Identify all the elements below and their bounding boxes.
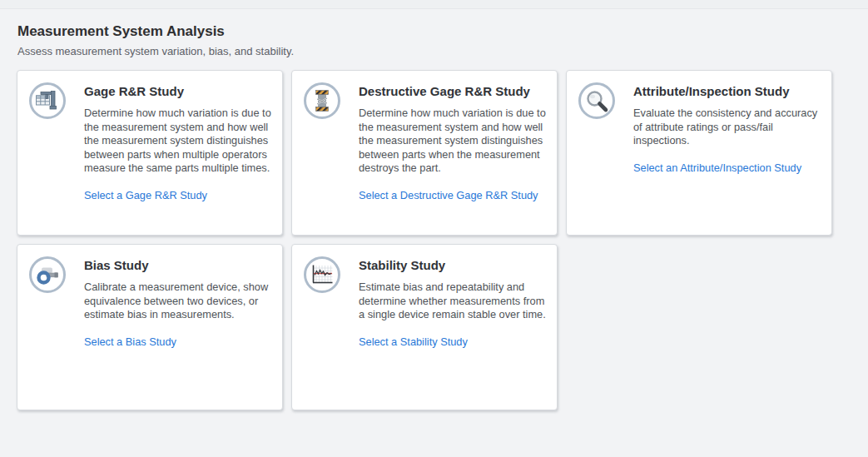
destructive-icon-circle — [304, 82, 340, 119]
gage-rr-icon-circle — [29, 82, 66, 119]
select-stability-study-link[interactable]: Select a Stability Study — [359, 335, 468, 348]
card-stability-study: Stability Study Estimate bias and repeat… — [291, 244, 558, 410]
card-body: Bias Study Calibrate a measurement devic… — [84, 256, 272, 349]
card-body: Stability Study Estimate bias and repeat… — [359, 256, 547, 349]
card-description: Determine how much variation is due to t… — [359, 107, 547, 176]
card-title: Attribute/Inspection Study — [633, 83, 821, 99]
card-title: Stability Study — [359, 257, 547, 273]
study-cards-grid: Gage R&R Study Determine how much variat… — [17, 70, 833, 410]
stability-icon-circle — [304, 256, 340, 293]
select-attribute-inspection-study-link[interactable]: Select an Attribute/Inspection Study — [633, 161, 801, 174]
card-destructive-gage-rr-study: Destructive Gage R&R Study Determine how… — [291, 70, 558, 236]
micrometer-icon — [35, 262, 60, 287]
card-title: Bias Study — [84, 257, 272, 273]
page-header: Measurement System Analysis Assess measu… — [0, 9, 868, 58]
card-description: Determine how much variation is due to t… — [84, 107, 272, 176]
select-gage-rr-study-link[interactable]: Select a Gage R&R Study — [84, 189, 207, 201]
card-body: Destructive Gage R&R Study Determine how… — [359, 82, 547, 202]
bias-icon-circle — [29, 256, 66, 293]
card-gage-rr-study: Gage R&R Study Determine how much variat… — [17, 70, 283, 236]
select-destructive-gage-rr-study-link[interactable]: Select a Destructive Gage R&R Study — [359, 189, 538, 201]
card-bias-study: Bias Study Calibrate a measurement devic… — [17, 244, 283, 410]
caliper-grid-icon — [35, 88, 60, 113]
attribute-icon-circle — [578, 82, 615, 119]
run-chart-icon — [310, 262, 335, 287]
card-description: Estimate bias and repeatability and dete… — [359, 281, 547, 322]
card-description: Evaluate the consistency and accuracy of… — [633, 107, 821, 148]
page-subtitle: Assess measurement system variation, bia… — [17, 44, 868, 58]
card-body: Attribute/Inspection Study Evaluate the … — [633, 82, 821, 175]
card-attribute-inspection-study: Attribute/Inspection Study Evaluate the … — [566, 70, 832, 236]
magnifier-icon — [584, 88, 609, 113]
card-description: Calibrate a measurement device, show equ… — [84, 281, 272, 322]
select-bias-study-link[interactable]: Select a Bias Study — [84, 335, 176, 348]
page-title: Measurement System Analysis — [17, 22, 868, 41]
destructive-specimen-icon — [310, 88, 335, 113]
card-body: Gage R&R Study Determine how much variat… — [84, 82, 272, 202]
card-title: Gage R&R Study — [84, 83, 272, 99]
top-divider-strip — [0, 0, 868, 9]
card-title: Destructive Gage R&R Study — [359, 83, 547, 99]
